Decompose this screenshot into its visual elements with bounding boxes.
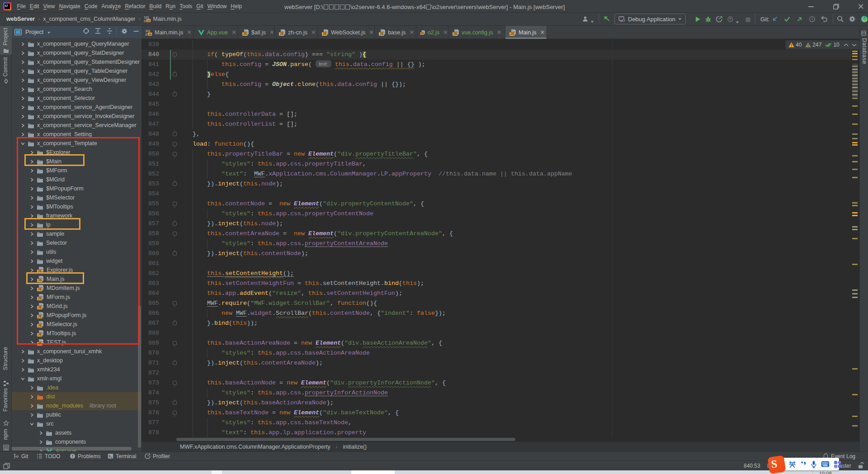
svg-text:JS: JS: [148, 33, 151, 35]
svg-text:JS: JS: [38, 342, 42, 345]
svg-text:JS: JS: [38, 324, 42, 327]
svg-text:JS: JS: [38, 270, 42, 273]
svg-text:JS: JS: [38, 315, 42, 318]
svg-text:JS: JS: [38, 333, 42, 336]
svg-text:JS: JS: [243, 32, 247, 35]
svg-text:JS: JS: [38, 306, 42, 309]
svg-text:JS: JS: [323, 32, 327, 35]
svg-text:JS: JS: [280, 32, 284, 35]
svg-text:JS: JS: [38, 297, 42, 300]
svg-text:JS: JS: [510, 32, 514, 35]
svg-text:JS: JS: [38, 288, 42, 291]
svg-text:JS: JS: [453, 32, 458, 35]
svg-text:JS: JS: [38, 279, 42, 282]
svg-text:101: 101: [146, 29, 151, 32]
svg-text:JS: JS: [421, 32, 424, 34]
svg-text:JS: JS: [380, 32, 384, 35]
svg-text:0: 0: [146, 33, 147, 36]
